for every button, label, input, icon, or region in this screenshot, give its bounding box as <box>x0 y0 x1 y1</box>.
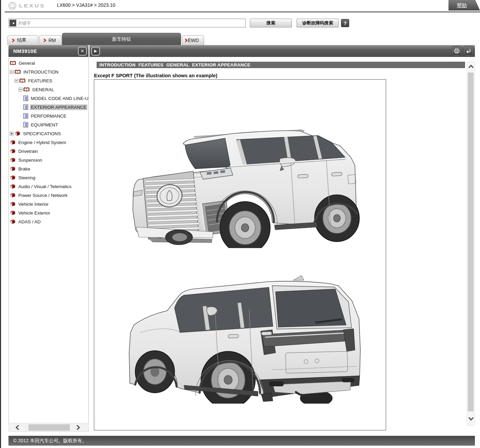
print-button[interactable] <box>452 46 462 56</box>
tree-item-general[interactable]: GENERAL <box>9 85 88 94</box>
tree-item-label: EQUIPMENT <box>30 122 59 128</box>
tree-item-label: Suspension <box>17 157 43 163</box>
tree-item-label: Power Source / Network <box>17 192 69 198</box>
rear-three-quarter-view-illustration <box>126 268 365 404</box>
tree-item-audio-visual-telematics[interactable]: Audio / Visual / Telematics <box>9 182 88 191</box>
tree-item-drivetrain[interactable]: Drivetrain <box>9 147 88 156</box>
tab-label: RM <box>48 38 56 43</box>
red-chevron-icon <box>43 38 46 42</box>
scroll-left-icon[interactable] <box>15 425 20 430</box>
tab-label: 新车特征 <box>112 36 131 42</box>
tree-item-specifications[interactable]: SPECIFICATIONS <box>9 129 88 138</box>
tab-ewd[interactable]: EWD <box>182 35 204 45</box>
tree-item-label: PERFORMANCE <box>30 113 67 119</box>
book-closed-icon <box>10 140 16 145</box>
vertical-scroll-thumb[interactable] <box>468 73 474 411</box>
lexus-techinfo-window: LEXUS LX600 > VJA31# > 2023.10 帮助 搜索 诊断故… <box>0 0 480 448</box>
tree-item-power-source-network[interactable]: Power Source / Network <box>9 191 88 200</box>
tree-item-vehicle-exterior[interactable]: Vehicle Exterior <box>9 208 88 217</box>
red-chevron-icon <box>12 38 15 42</box>
dtc-search-button[interactable]: 诊断故障码搜索 <box>297 19 339 27</box>
tree-item-label: Engine / Hybrid System <box>17 140 67 145</box>
tree-item-engine-hybrid-system[interactable]: Engine / Hybrid System <box>9 138 88 147</box>
app-header: LEXUS LX600 > VJA31# > 2023.10 <box>1 0 480 11</box>
tree-item-exterior-appearance[interactable]: EXTERIOR APPEARANCE <box>9 103 88 111</box>
sidebar-tree: GeneralINTRODUCTIONFEATURESGENERALMODEL … <box>9 57 88 226</box>
horizontal-scroll-thumb[interactable] <box>28 424 70 431</box>
lexus-logo-text: LEXUS <box>19 3 45 8</box>
book-open-icon <box>15 69 21 75</box>
tree-item-introduction[interactable]: INTRODUCTION <box>9 67 88 76</box>
expander-minus-icon[interactable] <box>19 88 22 91</box>
tree-item-label: SPECIFICATIONS <box>22 131 62 137</box>
book-closed-icon <box>10 210 16 215</box>
content-vertical-scrollbar[interactable] <box>467 62 475 426</box>
tree-item-model-code-and-line-up[interactable]: MODEL CODE AND LINE-UP <box>9 94 88 103</box>
tree-item-label: General <box>18 60 36 66</box>
expand-panel-button[interactable]: ▶ <box>91 47 100 56</box>
keyword-search-field <box>8 19 246 27</box>
tree-item-label: GENERAL <box>31 87 55 93</box>
document-icon <box>23 104 28 110</box>
window-left-edge <box>0 0 1 448</box>
return-button[interactable] <box>463 46 473 56</box>
tree-item-label: Vehicle Exterior <box>17 210 51 216</box>
tree-item-label: Brake <box>17 166 31 172</box>
tree-item-suspension[interactable]: Suspension <box>9 156 88 164</box>
sidebar-horizontal-scrollbar[interactable] <box>8 423 89 432</box>
scroll-right-icon[interactable] <box>76 425 81 430</box>
tree-item-performance[interactable]: PERFORMANCE <box>9 111 88 120</box>
scroll-down-icon[interactable] <box>468 416 474 421</box>
book-closed-icon <box>10 184 16 189</box>
sidebar: GeneralINTRODUCTIONFEATURESGENERALMODEL … <box>8 57 89 423</box>
tab-bar: 结果RM新车特征EWD <box>1 33 480 45</box>
tree-item-adas-ad[interactable]: ADAS / AD <box>9 217 88 226</box>
red-chevron-icon <box>185 38 187 42</box>
expander-minus-icon[interactable] <box>15 79 18 83</box>
tab-rm[interactable]: RM <box>39 35 62 45</box>
search-go-icon[interactable] <box>9 20 16 26</box>
figure-caption: Except F SPORT (The illustration shows a… <box>94 73 217 78</box>
tree-item-brake[interactable]: Brake <box>9 164 88 173</box>
book-open-icon <box>19 78 25 83</box>
book-closed-icon <box>10 202 16 206</box>
book-open-icon <box>10 61 16 66</box>
content-toolbar: ▶ <box>89 45 475 57</box>
tree-item-features[interactable]: FEATURES <box>9 76 88 85</box>
scroll-up-icon[interactable] <box>468 64 474 69</box>
tree-item-label: ADAS / AD <box>17 219 42 225</box>
book-closed-icon <box>10 166 16 171</box>
expander-plus-icon[interactable] <box>10 132 14 136</box>
question-help-icon[interactable]: ? <box>341 19 349 27</box>
content-pane: INTRODUCTION FEATURES GENERAL EXTERIOR A… <box>89 57 475 434</box>
tree-item-label: Audio / Visual / Telematics <box>17 184 73 189</box>
tree-item-vehicle-interior[interactable]: Vehicle Interior <box>9 200 88 208</box>
tree-item-label: Vehicle Interior <box>17 201 49 207</box>
tab-label: EWD <box>188 38 199 43</box>
book-closed-icon <box>10 219 16 224</box>
copyright-text: © 2012 丰田汽车公司。版权所有。 <box>13 438 87 444</box>
tree-item-label: MODEL CODE AND LINE-UP <box>30 96 88 101</box>
tree-item-general[interactable]: General <box>9 59 88 67</box>
help-button-label: 帮助 <box>448 0 480 11</box>
book-open-icon <box>23 87 29 92</box>
book-closed-icon <box>10 193 16 198</box>
document-icon <box>23 122 28 127</box>
book-closed-icon <box>10 175 16 180</box>
tab-results[interactable]: 结果 <box>7 35 38 45</box>
book-closed-icon <box>10 149 16 154</box>
document-code: NM3910E <box>13 48 37 54</box>
tab-new-car-features[interactable]: 新车特征 <box>62 33 181 45</box>
search-button[interactable]: 搜索 <box>250 19 292 27</box>
book-closed-icon <box>15 131 20 136</box>
document-icon <box>23 96 28 101</box>
tree-item-steering[interactable]: Steering <box>9 173 88 182</box>
tree-item-equipment[interactable]: EQUIPMENT <box>9 120 88 129</box>
search-input[interactable] <box>17 19 245 27</box>
help-button[interactable]: 帮助 <box>448 0 480 11</box>
tree-item-label: Steering <box>17 175 36 181</box>
expander-minus-icon[interactable] <box>10 70 14 74</box>
document-toolbar: NM3910E ✕ <box>8 45 88 57</box>
close-document-button[interactable]: ✕ <box>78 47 87 56</box>
figure-box <box>94 79 386 430</box>
